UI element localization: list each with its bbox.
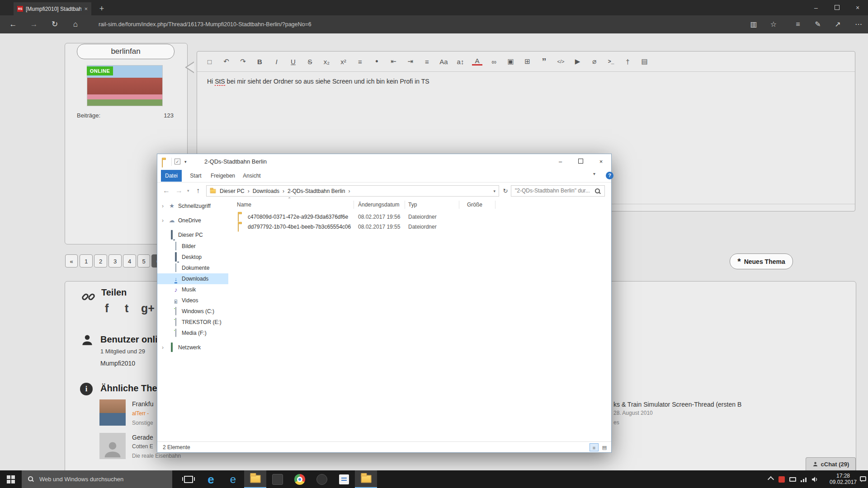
nav-item-onedrive[interactable]: › ☁ OneDrive [157, 215, 228, 226]
favorites-star-icon[interactable]: ☆ [765, 15, 782, 33]
subscript-icon[interactable]: x₂ [321, 58, 332, 66]
taskbar-edge[interactable]: e [200, 470, 222, 488]
taskbar-folder-window-active[interactable] [355, 470, 377, 488]
search-box[interactable]: "2-QDs-Stadtbahn Berlin" dur... [511, 185, 605, 197]
font-size-icon[interactable]: a↕ [455, 58, 466, 66]
action-center-icon[interactable] [860, 476, 866, 481]
new-thread-button[interactable]: * Neues Thema [730, 253, 793, 269]
nav-item-netzwerk[interactable]: › Netzwerk [157, 342, 228, 353]
window-minimize-button[interactable]: – [806, 0, 826, 15]
nav-back-icon[interactable]: ← [163, 182, 170, 199]
tray-app-icon[interactable] [777, 470, 787, 488]
taskbar-app-dark-2[interactable] [311, 470, 333, 488]
reading-view-icon[interactable]: ▥ [745, 15, 762, 33]
sort-ascending-icon[interactable]: ˆ [288, 197, 290, 203]
taskbar-internet-explorer[interactable]: e [222, 470, 244, 488]
file-name[interactable]: dd797792-1b70-4be1-beeb-7b3c65554c06 [248, 222, 351, 232]
nav-item-videos[interactable]: ▸ Videos [157, 295, 228, 306]
column-divider[interactable] [354, 201, 354, 209]
qat-properties-icon[interactable]: ✓ [175, 159, 180, 164]
superscript-icon[interactable]: x² [338, 58, 349, 66]
thread-author-fragment[interactable]: Cotten E [132, 443, 153, 450]
italic-icon[interactable]: I [271, 58, 282, 66]
breadcrumb[interactable]: Dieser PC › Downloads › 2-QDs-Stadtbahn … [206, 185, 499, 197]
undo-icon[interactable]: ↶ [221, 57, 231, 66]
nav-item-bilder[interactable]: Bilder [157, 241, 228, 252]
chat-button[interactable]: cChat (29) [806, 457, 856, 470]
video-icon[interactable]: ▶ [572, 57, 583, 66]
redo-icon[interactable]: ↷ [238, 57, 248, 66]
align-icon[interactable]: ≡ [422, 58, 432, 66]
taskbar-app-dark[interactable] [266, 470, 288, 488]
thread-title-fragment[interactable]: Gerade [132, 434, 153, 441]
window-maximize-button[interactable] [826, 0, 847, 15]
thread-title-fragment[interactable]: Frankfu [132, 400, 153, 408]
menu-tab-ansicht[interactable]: Ansicht [240, 170, 264, 182]
chevron-icon[interactable]: › [162, 201, 167, 211]
editor-text[interactable]: Hi StS bei mir sieht der Ordner so aus s… [207, 78, 429, 85]
search-icon[interactable] [595, 188, 601, 194]
column-divider[interactable] [405, 201, 405, 209]
facebook-icon[interactable]: f [105, 302, 108, 315]
nav-item-dokumente[interactable]: Dokumente [157, 263, 228, 273]
nav-item-downloads-selected[interactable]: ↓ Downloads [157, 273, 228, 284]
indent-icon[interactable]: ⇥ [405, 57, 415, 66]
pagination-first[interactable]: « [65, 254, 78, 267]
username-pill[interactable]: berlinfan [77, 44, 175, 59]
explorer-close-button[interactable]: × [591, 154, 611, 169]
underline-icon[interactable]: U [288, 58, 298, 66]
pagination-page-2[interactable]: 2 [94, 254, 107, 267]
web-note-icon[interactable]: ✎ [809, 15, 826, 33]
menu-tab-start[interactable]: Start [185, 170, 206, 182]
thumbnail-view-toggle[interactable]: ▤ [600, 443, 609, 451]
column-header-type[interactable]: Typ [408, 199, 417, 210]
column-header-date[interactable]: Änderungsdatum [358, 199, 399, 210]
code-icon[interactable]: </> [556, 59, 566, 64]
taskbar-file-explorer-active[interactable] [244, 470, 266, 488]
unordered-list-icon[interactable]: • [372, 57, 382, 66]
nav-item-windows-c[interactable]: Windows (C:) [157, 306, 228, 317]
chevron-right-icon[interactable]: › [348, 188, 350, 194]
forward-icon[interactable]: → [26, 15, 42, 33]
taskbar-chrome[interactable] [288, 470, 311, 488]
thread-title-right-fragment[interactable]: ks & Train Simulator Screen-Thread (erst… [613, 401, 741, 408]
column-divider[interactable] [459, 201, 459, 209]
share-icon[interactable]: ↗ [829, 15, 846, 33]
taskbar-clock[interactable]: 17:28 09.02.2017 [826, 473, 860, 485]
nav-history-icon[interactable]: ▾ [187, 182, 189, 199]
explorer-maximize-button[interactable] [571, 154, 591, 169]
pagination-page-5[interactable]: 5 [137, 254, 150, 267]
back-icon[interactable]: ← [5, 15, 21, 33]
thread-author-link[interactable]: alTerr - [132, 410, 149, 417]
menu-tab-freigeben[interactable]: Freigeben [208, 170, 238, 182]
online-member-link[interactable]: Mumpfi2010 [100, 360, 135, 367]
hub-icon[interactable]: ≡ [789, 15, 807, 33]
ordered-list-icon[interactable]: ≡ [355, 58, 365, 66]
breadcrumb-dieser-pc[interactable]: Dieser PC [220, 188, 245, 194]
chevron-icon[interactable]: › [162, 342, 167, 353]
nav-item-trekstor-e[interactable]: TREKSTOR (E:) [157, 317, 228, 328]
address-bar[interactable]: rail-sim.de/forum/index.php/Thread/16173… [99, 15, 311, 33]
outdent-icon[interactable]: ⇤ [388, 57, 399, 66]
explorer-minimize-button[interactable]: – [550, 154, 571, 169]
browser-tab[interactable]: RS [Mumpfi2010] Stadtbahn × [14, 2, 91, 15]
start-button[interactable] [0, 470, 22, 488]
pagination-page-3[interactable]: 3 [108, 254, 122, 267]
tray-network-icon[interactable] [798, 470, 808, 488]
menu-tab-datei[interactable]: Datei [161, 170, 182, 182]
nav-item-musik[interactable]: ♪ Musik [157, 284, 228, 295]
qat-dropdown-icon[interactable]: ▾ [184, 154, 187, 169]
file-name[interactable]: c470809d-0371-472e-a929-f3da6376df6e [248, 212, 348, 222]
ribbon-collapse-icon[interactable]: ▾ [593, 171, 595, 176]
breadcrumb-current-folder[interactable]: 2-QDs-Stadtbahn Berlin [288, 188, 345, 194]
hide-icon[interactable]: ⌀ [589, 57, 599, 66]
tab-close-icon[interactable]: × [84, 5, 88, 12]
nav-item-schnellzugriff[interactable]: › ★ Schnellzugriff [157, 201, 228, 211]
column-header-size[interactable]: Größe [467, 199, 482, 210]
task-view-button[interactable] [179, 470, 198, 488]
more-options-icon[interactable]: ⋯ [850, 15, 867, 33]
thread-avatar[interactable] [99, 399, 126, 426]
help-icon[interactable]: ? [606, 172, 613, 179]
font-family-icon[interactable]: Aa [439, 58, 449, 66]
column-divider[interactable] [495, 201, 495, 209]
